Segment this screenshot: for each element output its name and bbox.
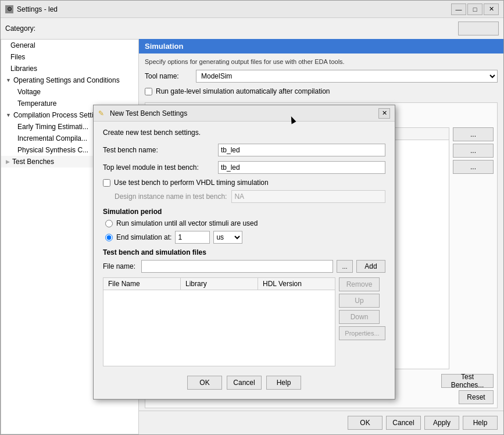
expand-icon: ▶ bbox=[6, 159, 10, 165]
top-level-module-input[interactable] bbox=[218, 161, 385, 174]
files-table-header: File Name Library HDL Version bbox=[103, 278, 335, 290]
ok-button[interactable]: OK bbox=[348, 416, 383, 430]
cancel-button[interactable]: Cancel bbox=[386, 416, 421, 430]
end-sim-unit-select[interactable]: ps ns us ms bbox=[213, 231, 242, 244]
sidebar-item-label: Compilation Process Settings bbox=[13, 111, 105, 119]
sidebar-item-label: Physical Synthesis C... bbox=[17, 146, 88, 154]
end-sim-input[interactable] bbox=[175, 231, 210, 244]
sidebar-item-libraries[interactable]: Libraries bbox=[1, 63, 138, 74]
simulation-header: Simulation bbox=[139, 39, 503, 54]
use-test-bench-label: Use test bench to perform VHDL timing si… bbox=[114, 179, 269, 187]
test-bench-name-label: Test bench name: bbox=[103, 146, 213, 154]
design-instance-row: Design instance name in test bench: bbox=[115, 190, 385, 203]
sidebar-item-label: Test Benches bbox=[12, 158, 54, 166]
test-benches-button[interactable]: Test Benches... bbox=[441, 374, 494, 388]
simulation-desc: Specify options for generating output fi… bbox=[139, 54, 503, 70]
sidebar-item-label: Temperature bbox=[17, 99, 56, 108]
dialog-desc: Create new test bench settings. bbox=[103, 129, 385, 137]
dialog-close-button[interactable]: ✕ bbox=[378, 108, 390, 119]
sidebar-item-voltage[interactable]: Voltage bbox=[1, 86, 138, 98]
sim-period-label: Simulation period bbox=[103, 208, 385, 216]
design-instance-label: Design instance name in test bench: bbox=[115, 192, 227, 201]
dialog-cancel-button[interactable]: Cancel bbox=[227, 376, 262, 390]
use-test-bench-checkbox[interactable] bbox=[103, 179, 110, 187]
files-section-label: Test bench and simulation files bbox=[103, 248, 385, 256]
files-table: File Name Library HDL Version bbox=[103, 277, 335, 366]
dialog-ok-button[interactable]: OK bbox=[187, 376, 222, 390]
expand-icon: ▼ bbox=[6, 112, 11, 118]
dialog-help-button[interactable]: Help bbox=[266, 376, 301, 390]
down-button[interactable]: Down bbox=[339, 310, 380, 324]
files-side-buttons: Remove Up Down Properties... bbox=[339, 277, 385, 371]
file-browse-button[interactable]: ... bbox=[337, 260, 353, 273]
dialog-title-bar: ✎ New Test Bench Settings ✕ bbox=[94, 105, 395, 122]
design-instance-input bbox=[231, 190, 385, 203]
top-level-module-label: Top level module in test bench: bbox=[103, 163, 213, 172]
window-title: Settings - led bbox=[17, 5, 58, 13]
minimize-button[interactable]: — bbox=[451, 3, 466, 15]
tool-name-label: Tool name: bbox=[145, 72, 191, 80]
col-library: Library bbox=[181, 278, 258, 290]
properties-button[interactable]: Properties... bbox=[339, 326, 385, 340]
sidebar-item-label: Voltage bbox=[17, 88, 41, 96]
run-gate-level-label: Run gate-level simulation automatically … bbox=[156, 87, 330, 95]
bottom-bar: OK Cancel Apply Help bbox=[139, 411, 503, 434]
test-bench-name-input[interactable] bbox=[218, 144, 385, 156]
maximize-button[interactable]: □ bbox=[467, 3, 482, 15]
file-add-button[interactable]: Add bbox=[356, 260, 385, 273]
expand-icon: ▼ bbox=[6, 77, 11, 83]
use-test-bench-row: Use test bench to perform VHDL timing si… bbox=[103, 179, 385, 187]
new-test-bench-dialog: ✎ New Test Bench Settings ✕ Create new t… bbox=[93, 105, 395, 400]
sidebar-item-files[interactable]: Files bbox=[1, 51, 138, 63]
run-gate-level-checkbox[interactable] bbox=[145, 88, 152, 95]
run-gate-level-row: Run gate-level simulation automatically … bbox=[139, 87, 503, 95]
sidebar-item-operating-settings[interactable]: ▼ Operating Settings and Conditions bbox=[1, 74, 138, 86]
tb-side-btn-2[interactable]: ... bbox=[453, 144, 494, 158]
dialog-title-text: New Test Bench Settings bbox=[110, 109, 187, 117]
col-hdl-version: HDL Version bbox=[258, 278, 335, 290]
run-sim-radio[interactable] bbox=[105, 220, 113, 227]
run-sim-label: Run simulation until all vector stimuli … bbox=[116, 219, 258, 227]
tool-name-row: Tool name: ModelSim bbox=[139, 70, 503, 83]
files-area: File Name Library HDL Version Remove Up … bbox=[103, 277, 385, 371]
tb-side-buttons: ... ... ... bbox=[453, 127, 494, 369]
category-bar: Category: bbox=[1, 18, 503, 39]
file-name-input[interactable] bbox=[141, 260, 333, 273]
test-bench-name-row: Test bench name: bbox=[103, 144, 385, 156]
sidebar-item-label: Incremental Compila... bbox=[17, 134, 87, 142]
dialog-buttons: OK Cancel Help bbox=[103, 371, 385, 392]
remove-button[interactable]: Remove bbox=[339, 277, 380, 291]
dialog-title-left: ✎ New Test Bench Settings bbox=[98, 109, 187, 117]
col-file-name: File Name bbox=[103, 278, 181, 290]
app-icon: ⚙ bbox=[5, 5, 13, 13]
sidebar-item-label: Libraries bbox=[10, 65, 37, 73]
sidebar-item-label: General bbox=[10, 41, 35, 49]
reset-button[interactable]: Reset bbox=[459, 390, 494, 404]
file-name-row: File name: ... Add bbox=[103, 260, 385, 273]
sidebar-item-general[interactable]: General bbox=[1, 40, 138, 51]
run-sim-radio-row: Run simulation until all vector stimuli … bbox=[105, 219, 385, 227]
tool-name-select[interactable]: ModelSim bbox=[196, 70, 498, 83]
sidebar-item-label: Early Timing Estimati... bbox=[17, 123, 88, 131]
sidebar-item-label: Operating Settings and Conditions bbox=[13, 76, 120, 84]
category-label: Category: bbox=[5, 24, 35, 33]
title-bar-left: ⚙ Settings - led bbox=[5, 5, 58, 13]
apply-button[interactable]: Apply bbox=[424, 416, 459, 430]
title-bar-controls: — □ ✕ bbox=[451, 3, 499, 15]
dialog-body: Create new test bench settings. Test ben… bbox=[94, 122, 395, 399]
end-sim-radio[interactable] bbox=[105, 234, 113, 241]
title-bar: ⚙ Settings - led — □ ✕ bbox=[1, 1, 503, 18]
top-level-module-row: Top level module in test bench: bbox=[103, 161, 385, 174]
file-name-label: File name: bbox=[103, 262, 138, 270]
sidebar-item-label: Files bbox=[10, 53, 25, 61]
dialog-icon: ✎ bbox=[98, 109, 106, 117]
device-button[interactable] bbox=[458, 22, 499, 35]
up-button[interactable]: Up bbox=[339, 294, 380, 308]
end-sim-radio-row: End simulation at: ps ns us ms bbox=[105, 231, 385, 244]
files-table-body bbox=[103, 290, 335, 366]
tb-side-btn-3[interactable]: ... bbox=[453, 160, 494, 174]
close-button[interactable]: ✕ bbox=[484, 3, 499, 15]
tb-side-btn-1[interactable]: ... bbox=[453, 127, 494, 141]
end-sim-label: End simulation at: bbox=[116, 233, 171, 241]
help-button[interactable]: Help bbox=[463, 416, 498, 430]
